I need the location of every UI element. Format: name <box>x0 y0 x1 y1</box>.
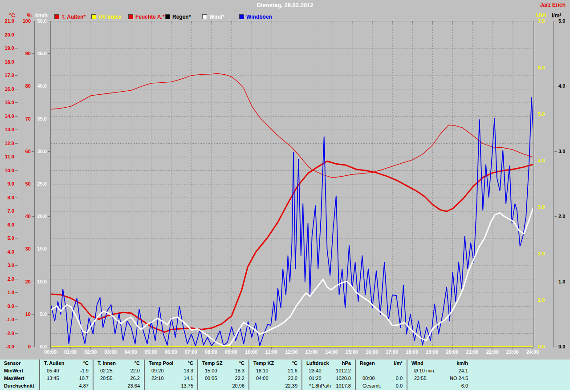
y-axis-tick <box>15 211 18 211</box>
min-value: 21.6 <box>288 367 301 375</box>
min-time: 18:10 <box>249 367 269 375</box>
y-tick-label: 0 <box>15 344 31 349</box>
x-tick-label: 21:00 <box>463 349 482 355</box>
y-tick-label: 30.0 <box>31 149 47 154</box>
max-time: 04:00 <box>249 375 269 382</box>
table-header-row: LuftdruckhPa <box>302 360 355 367</box>
avg-time: ^1.8hPa/h <box>302 382 331 390</box>
y-tick-label: 10.0 <box>0 168 14 173</box>
x-tick-label: 11:00 <box>261 349 281 355</box>
y-tick-label: 10.0 <box>31 279 47 284</box>
x-tick-label: 14:00 <box>322 349 342 355</box>
y-axis-tick <box>554 347 557 347</box>
y-axis-tick <box>32 119 34 119</box>
table-column-luftdruck: LuftdruckhPa23:401012.201:201020.8^1.8hP… <box>301 360 355 390</box>
min-time <box>356 367 362 375</box>
table-min-row: 18:1021.6 <box>249 367 301 375</box>
min-value: 13.3 <box>184 367 197 375</box>
x-tick-label: 18:00 <box>402 349 422 355</box>
avg-value: 23.64 <box>127 382 144 390</box>
avg-value: 13.75 <box>181 382 197 390</box>
max-value: NO 24.5 <box>450 375 472 382</box>
table-row-label: Durchschnitt <box>0 382 39 390</box>
y-tick-label: 10 <box>15 311 31 317</box>
y-tick-label: 50.0 <box>31 18 47 24</box>
y-tick-label: 5.0 <box>558 18 570 24</box>
y-tick-label: 1.0 <box>0 290 14 295</box>
avg-value: 4.87 <box>79 382 93 390</box>
table-max-row: 00:0522.2 <box>198 375 248 382</box>
avg-value: 20.96 <box>232 382 248 390</box>
y-tick-label: 12.0 <box>0 141 14 146</box>
sensor-unit: °C <box>83 360 93 367</box>
y-tick-label: -2.0 <box>0 331 14 336</box>
sensor-name: Wind <box>407 360 423 367</box>
y-tick-label: 3.0 <box>558 149 570 154</box>
max-value: 1020.8 <box>336 375 355 382</box>
legend-label: Wind* <box>209 14 224 20</box>
x-tick-label: 03:00 <box>101 349 120 355</box>
y-axis-tick <box>15 306 18 307</box>
table-max-row: 04:0023.0 <box>249 375 301 382</box>
legend-item-6: Windböen <box>239 14 272 20</box>
y-axis-tick <box>32 184 34 184</box>
y-tick-label: 14.0 <box>0 113 14 119</box>
sensor-name: Temp SZ <box>198 360 223 367</box>
y-tick-label: 20.0 <box>31 214 47 219</box>
chart-canvas <box>51 21 533 347</box>
y-axis-tick <box>32 249 34 249</box>
table-min-row: 23:401012.2 <box>302 367 355 375</box>
x-tick-label: 07:00 <box>181 349 201 355</box>
y-axis-tick <box>32 314 34 315</box>
sensor-name: Temp Pool <box>145 360 173 367</box>
max-value: 23.0 <box>288 375 301 382</box>
legend-label: UV Index <box>98 14 121 20</box>
max-time: 20:55 <box>94 375 113 382</box>
y-tick-label: 4.0 <box>538 158 554 163</box>
min-time: 02:25 <box>94 367 113 375</box>
y-tick-label: 70 <box>15 116 31 121</box>
min-value: 18.3 <box>235 367 248 375</box>
y-tick-label: 80 <box>15 83 31 89</box>
summary-table: SensorMinWertMaxWertDurchschnittT. Außen… <box>0 360 570 390</box>
y-axis-tick <box>534 161 537 161</box>
max-value: 22.2 <box>235 375 248 382</box>
table-avg-row: 23.64 <box>94 382 144 390</box>
legend-swatch-icon <box>91 14 96 19</box>
axis-line <box>18 21 18 347</box>
y-tick-label: 15.0 <box>0 100 14 105</box>
table-row-label-text: MinWert <box>0 367 23 375</box>
y-tick-label: 7.0 <box>538 18 554 24</box>
y-axis-tick <box>15 75 18 76</box>
y-tick-label: 4.0 <box>0 249 14 255</box>
axis-line <box>34 21 35 347</box>
min-value: 1012.2 <box>336 367 355 375</box>
table-avg-row: 20.96 <box>198 382 248 390</box>
legend-label: Windböen <box>246 14 272 20</box>
x-tick-label: 19:00 <box>422 349 442 355</box>
avg-time <box>249 382 256 390</box>
y-axis-tick <box>554 21 557 21</box>
table-avg-row: 22.39 <box>249 382 301 390</box>
y-tick-label: 0.0 <box>558 344 570 349</box>
y-tick-label: 35.0 <box>31 116 47 121</box>
y-axis-tick <box>15 265 18 266</box>
table-max-row: 23:55NO 24.5 <box>407 375 472 382</box>
y-tick-label: 90 <box>15 51 31 56</box>
y-tick-label: 5.0 <box>0 235 14 241</box>
y-tick-label: 40.0 <box>31 83 47 89</box>
sensor-name: Temp KZ <box>249 360 274 367</box>
y-tick-label: 6.0 <box>0 222 14 227</box>
x-tick-label: 22:00 <box>483 349 502 355</box>
x-tick-label: 05:00 <box>141 349 161 355</box>
min-time: 15:00 <box>198 367 217 375</box>
y-tick-label: 4.0 <box>558 83 570 89</box>
sensor-name: T. Innen <box>94 360 116 367</box>
y-tick-label: 2.0 <box>538 251 554 256</box>
y-tick-label: 18.0 <box>0 59 14 65</box>
min-value <box>403 367 407 375</box>
y-tick-label: 3.0 <box>0 263 14 268</box>
avg-value: 22.39 <box>285 382 301 390</box>
x-tick-label: 16:00 <box>362 349 382 355</box>
table-header-row: T. Außen°C <box>40 360 93 367</box>
